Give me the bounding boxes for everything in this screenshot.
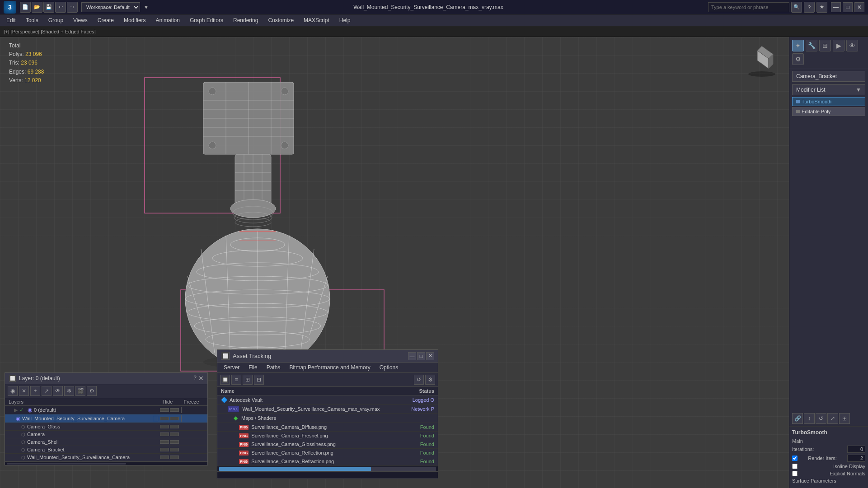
bookmark-button[interactable]: ★ xyxy=(816,2,827,13)
tb-rotate-btn[interactable]: ↺ xyxy=(816,413,826,424)
list-item[interactable]: PNG Surveillance_Camera_Refraction.png F… xyxy=(217,457,438,466)
layer-panel-close[interactable]: ✕ xyxy=(198,375,204,382)
iterations-input[interactable] xyxy=(847,446,865,453)
modifier-turbosmooth[interactable]: TurboSmooth xyxy=(792,97,865,106)
model-wireframe xyxy=(136,64,429,380)
asset-menu-server[interactable]: Server xyxy=(220,363,243,372)
asset-tb-btn6[interactable]: ⚙ xyxy=(425,375,435,385)
asset-maximize-btn[interactable]: □ xyxy=(417,352,425,360)
close-button[interactable]: ✕ xyxy=(854,2,864,12)
list-item[interactable]: ⬡ Camera xyxy=(5,431,207,438)
redo-button[interactable]: ↪ xyxy=(67,2,78,13)
viewport-label: [+] [Perspective] [Shaded + Edged Faces] xyxy=(0,26,868,37)
minimize-button[interactable]: — xyxy=(831,2,841,12)
list-item[interactable]: ⬡ Wall_Mounted_Security_Surveillance_Cam… xyxy=(5,454,207,461)
layer-list[interactable]: ▶ ✓ ◉ 0 (default) ◉ Wall_Moun xyxy=(5,406,207,461)
rp-modify-btn[interactable]: 🔧 xyxy=(806,40,817,51)
svg-point-30 xyxy=(235,218,271,227)
maximize-button[interactable]: □ xyxy=(843,2,853,12)
tb-link-btn[interactable]: 🔗 xyxy=(792,413,803,424)
list-item[interactable]: ▶ ✓ ◉ 0 (default) xyxy=(5,406,207,414)
layer-delete-btn[interactable]: ✕ xyxy=(19,386,29,396)
list-item[interactable]: PNG Surveillance_Camera_Diffuse.png Foun… xyxy=(217,423,438,432)
asset-minimize-btn[interactable]: — xyxy=(408,352,416,360)
rp-display-btn[interactable]: 👁 xyxy=(846,40,858,51)
undo-button[interactable]: ↩ xyxy=(55,2,66,13)
menu-help[interactable]: Help xyxy=(335,16,355,25)
rp-motion-btn[interactable]: ▶ xyxy=(833,40,845,51)
menu-graph-editors[interactable]: Graph Editors xyxy=(185,16,228,25)
rp-hierarchy-btn[interactable]: ⊞ xyxy=(819,40,831,51)
search-button[interactable]: 🔍 xyxy=(791,2,802,13)
menu-rendering[interactable]: Rendering xyxy=(229,16,263,25)
workspace-select[interactable]: Workspace: Default xyxy=(81,2,140,12)
layer-render-btn[interactable]: 🎬 xyxy=(75,386,85,396)
search-input[interactable] xyxy=(708,2,789,12)
asset-tb-btn2[interactable]: ≡ xyxy=(231,375,241,385)
asset-menu-file[interactable]: File xyxy=(245,363,261,372)
open-button[interactable]: 📂 xyxy=(32,2,42,13)
asset-menu-bitmap[interactable]: Bitmap Performance and Memory xyxy=(286,363,374,372)
asset-menu-options[interactable]: Options xyxy=(376,363,402,372)
isoline-checkbox[interactable] xyxy=(792,464,798,469)
asset-tb-btn4[interactable]: ⊟ xyxy=(254,375,264,385)
menu-edit[interactable]: Edit xyxy=(2,16,20,25)
layer-scrollbar[interactable] xyxy=(5,461,207,465)
list-item[interactable]: PNG Surveillance_Camera_Glossiness.png F… xyxy=(217,440,438,449)
menu-modifiers[interactable]: Modifiers xyxy=(119,16,150,25)
isoline-row: Isoline Display xyxy=(792,464,865,469)
layer-column-headers: Layers Hide Freeze xyxy=(5,398,207,406)
asset-tb-btn3[interactable]: ⊞ xyxy=(243,375,253,385)
list-item[interactable]: ◉ Wall_Mounted_Security_Surveillance_Cam… xyxy=(5,414,207,423)
save-button[interactable]: 💾 xyxy=(43,2,54,13)
menu-maxscript[interactable]: MAXScript xyxy=(299,16,334,25)
rp-create-btn[interactable]: ✦ xyxy=(792,40,804,51)
help-button[interactable]: ? xyxy=(804,2,815,13)
list-item[interactable]: MAX Wall_Mounted_Security_Surveillance_C… xyxy=(217,405,438,414)
layer-freeze-btn[interactable]: ❄ xyxy=(64,386,74,396)
layer-select-btn[interactable]: ↗ xyxy=(42,386,52,396)
layer-hide-btn[interactable]: 👁 xyxy=(53,386,63,396)
menu-tools[interactable]: Tools xyxy=(21,16,43,25)
tb-scale-btn[interactable]: ⤢ xyxy=(827,413,838,424)
png-icon: PNG xyxy=(239,425,249,430)
layer-panel: 🔲 Layer: 0 (default) ? ✕ ◉ ✕ + ↗ 👁 ❄ 🎬 ⚙ xyxy=(5,372,208,465)
viewport[interactable]: Total Polys: 23 096 Tris: 23 096 Edges: … xyxy=(0,37,789,488)
list-item[interactable]: PNG Surveillance_Camera_Reflection.png F… xyxy=(217,449,438,457)
asset-tb-btn5[interactable]: ↺ xyxy=(414,375,424,385)
asset-menu-paths[interactable]: Paths xyxy=(263,363,284,372)
asset-close-btn[interactable]: ✕ xyxy=(426,352,434,360)
layer-new-btn[interactable]: ◉ xyxy=(8,386,18,396)
explicit-normals-row: Explicit Normals xyxy=(792,471,865,476)
layer-panel-question[interactable]: ? xyxy=(193,375,197,382)
rp-utilities-btn[interactable]: ⚙ xyxy=(792,53,804,65)
menu-customize[interactable]: Customize xyxy=(263,16,298,25)
modifier-list-header[interactable]: Modifier List ▼ xyxy=(792,84,865,95)
nav-cube[interactable] xyxy=(744,42,780,78)
layer-add-btn[interactable]: + xyxy=(30,386,40,396)
tb-extra-btn[interactable]: ⊞ xyxy=(839,413,850,424)
modifier-dot xyxy=(796,100,800,103)
render-iters-input[interactable] xyxy=(847,455,865,462)
list-item[interactable]: ⬡ Camera_Bracket xyxy=(5,446,207,454)
menu-group[interactable]: Group xyxy=(44,16,68,25)
menu-views[interactable]: Views xyxy=(69,16,92,25)
tb-move-btn[interactable]: ↕ xyxy=(804,413,815,424)
layer-col-freeze: Freeze xyxy=(179,399,204,404)
list-item[interactable]: 🔷 Autodesk Vault Logged O xyxy=(217,395,438,405)
png-icon: PNG xyxy=(239,433,249,438)
asset-list[interactable]: 🔷 Autodesk Vault Logged O MAX Wall_Mount… xyxy=(217,395,438,466)
list-item[interactable]: ◆ Maps / Shaders xyxy=(217,414,438,423)
modifier-editable-poly[interactable]: Editable Poly xyxy=(792,107,865,116)
new-button[interactable]: 📄 xyxy=(20,2,31,13)
menu-animation[interactable]: Animation xyxy=(151,16,184,25)
list-item[interactable]: ⬡ Camera_Shell xyxy=(5,438,207,446)
asset-tb-btn1[interactable]: 🔲 xyxy=(220,375,230,385)
menu-create[interactable]: Create xyxy=(93,16,118,25)
list-item[interactable]: ⬡ Camera_Glass xyxy=(5,423,207,431)
list-item[interactable]: PNG Surveillance_Camera_Fresnel.png Foun… xyxy=(217,432,438,440)
explicit-normals-checkbox[interactable] xyxy=(792,471,798,476)
asset-col-name: Name xyxy=(221,388,389,394)
render-iters-checkbox[interactable] xyxy=(792,455,798,461)
layer-props-btn[interactable]: ⚙ xyxy=(87,386,97,396)
